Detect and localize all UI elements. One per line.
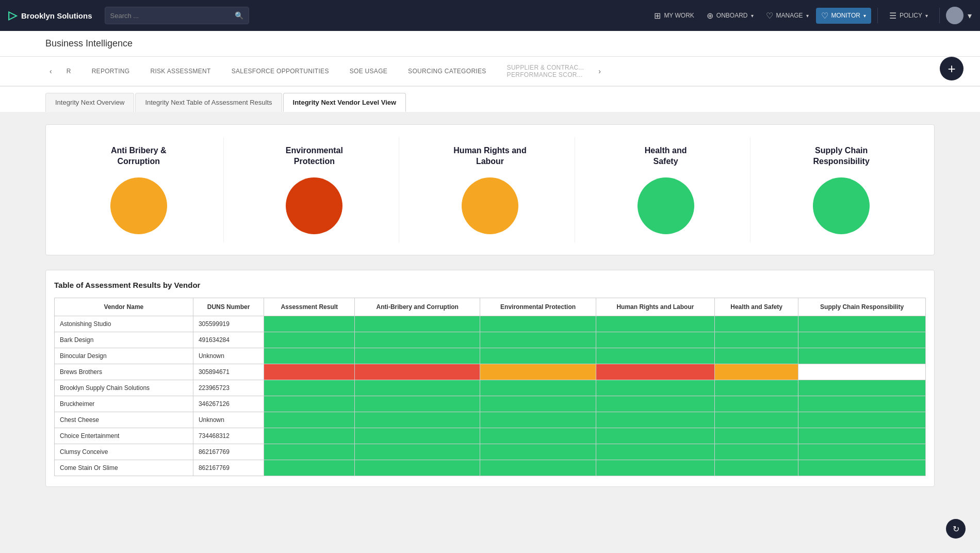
nav-monitor-label: MONITOR xyxy=(831,12,860,19)
nav-manage[interactable]: ♡ MANAGE ▾ xyxy=(761,8,814,24)
nav-monitor[interactable]: ♡ MONITOR ▾ xyxy=(816,8,871,24)
tab-arrow-right[interactable]: › xyxy=(594,67,605,75)
tab-risk-assessment[interactable]: RISK ASSESSMENT xyxy=(140,60,221,83)
cell-abc xyxy=(355,444,480,460)
cell-hr xyxy=(596,332,714,348)
kpi-circle-environmental xyxy=(286,177,342,234)
search-box[interactable]: 🔍 xyxy=(105,7,249,24)
page-header: Business Intelligence xyxy=(0,31,980,57)
col-vendor-name: Vendor Name xyxy=(55,298,193,316)
search-icon[interactable]: 🔍 xyxy=(235,11,243,20)
nav-items: ⊞ MY WORK ⊕ ONBOARD ▾ ♡ MANAGE ▾ ♡ MONIT… xyxy=(649,7,972,24)
kpi-card-environmental: EnvironmentalProtection xyxy=(230,137,400,242)
duns-number: 305894671 xyxy=(193,364,264,380)
cell-result xyxy=(264,396,355,412)
cell-result xyxy=(264,412,355,428)
cell-sc xyxy=(798,460,926,476)
cell-hr xyxy=(596,396,714,412)
cell-abc xyxy=(355,460,480,476)
cell-sc xyxy=(798,348,926,364)
cell-env xyxy=(480,348,596,364)
cell-abc xyxy=(355,348,480,364)
table-heading: Table of Assessment Results by Vendor xyxy=(54,281,926,289)
cell-abc xyxy=(355,428,480,444)
brand-name: Brooklyn Solutions xyxy=(21,11,92,20)
col-anti-bribery: Anti-Bribery and Corruption xyxy=(355,298,480,316)
tab-arrow-left[interactable]: ‹ xyxy=(45,67,56,75)
cell-sc xyxy=(798,412,926,428)
onboard-icon: ⊕ xyxy=(707,11,713,21)
nav-policy[interactable]: ☰ POLICY ▾ xyxy=(884,8,933,24)
duns-number: 862167769 xyxy=(193,444,264,460)
cell-hs xyxy=(715,444,798,460)
cell-abc xyxy=(355,316,480,332)
policy-icon: ☰ xyxy=(889,11,896,21)
col-duns: DUNS Number xyxy=(193,298,264,316)
duns-number: Unknown xyxy=(193,412,264,428)
my-work-icon: ⊞ xyxy=(654,11,661,21)
cell-hs xyxy=(715,412,798,428)
vendor-name: Brews Brothers xyxy=(55,364,193,380)
vendor-name: Bruckheimer xyxy=(55,396,193,412)
cell-hs xyxy=(715,348,798,364)
tab-sourcing[interactable]: SOURCING CATEGORIES xyxy=(398,60,497,83)
cell-sc xyxy=(798,428,926,444)
col-supply-chain: Supply Chain Responsibility xyxy=(798,298,926,316)
nav-my-work-label: MY WORK xyxy=(664,12,694,19)
cell-env xyxy=(480,316,596,332)
duns-number: 223965723 xyxy=(193,380,264,396)
vendor-name: Astonishing Studio xyxy=(55,316,193,332)
nav-manage-label: MANAGE xyxy=(776,12,803,19)
duns-number: 862167769 xyxy=(193,460,264,476)
duns-number: 305599919 xyxy=(193,316,264,332)
cell-hr xyxy=(596,460,714,476)
subtab-overview[interactable]: Integrity Next Overview xyxy=(45,93,134,112)
cell-sc xyxy=(798,316,926,332)
kpi-title-environmental: EnvironmentalProtection xyxy=(286,145,343,167)
add-button[interactable]: + xyxy=(940,57,963,80)
tab-soe-usage[interactable]: SOE USAGE xyxy=(339,60,398,83)
top-navigation: ▷ Brooklyn Solutions 🔍 ⊞ MY WORK ⊕ ONBOA… xyxy=(0,0,980,31)
cell-result xyxy=(264,332,355,348)
brand-logo[interactable]: ▷ Brooklyn Solutions xyxy=(8,9,92,22)
nav-policy-label: POLICY xyxy=(900,12,922,19)
nav-my-work[interactable]: ⊞ MY WORK xyxy=(649,8,699,24)
cell-sc xyxy=(798,364,926,380)
cell-hs xyxy=(715,364,798,380)
subtab-table[interactable]: Integrity Next Table of Assessment Resul… xyxy=(135,93,282,112)
main-content: Anti Bribery &Corruption EnvironmentalPr… xyxy=(0,112,980,499)
search-input[interactable] xyxy=(110,12,231,20)
nav-onboard[interactable]: ⊕ ONBOARD ▾ xyxy=(701,8,759,24)
cell-hr xyxy=(596,380,714,396)
avatar[interactable] xyxy=(946,7,963,24)
avatar-chevron[interactable]: ▾ xyxy=(968,11,972,21)
subtab-vendor[interactable]: Integrity Next Vendor Level View xyxy=(283,93,406,112)
cell-env xyxy=(480,460,596,476)
cell-hs xyxy=(715,332,798,348)
onboard-chevron: ▾ xyxy=(751,13,754,19)
col-health-safety: Health and Safety xyxy=(715,298,798,316)
kpi-card-supply-chain: Supply ChainResponsibility xyxy=(757,137,926,242)
col-environmental: Environmental Protection xyxy=(480,298,596,316)
kpi-title-anti-bribery: Anti Bribery &Corruption xyxy=(111,145,167,167)
cell-hs xyxy=(715,380,798,396)
cell-hs xyxy=(715,316,798,332)
kpi-title-human-rights: Human Rights andLabour xyxy=(453,145,526,167)
cell-hr xyxy=(596,364,714,380)
vendor-name: Bark Design xyxy=(55,332,193,348)
monitor-chevron: ▾ xyxy=(863,13,866,19)
tab-salesforce[interactable]: SALESFORCE OPPORTUNITIES xyxy=(221,60,339,83)
tab-reporting[interactable]: REPORTING xyxy=(81,60,140,83)
kpi-card-human-rights: Human Rights andLabour xyxy=(405,137,575,242)
kpi-title-supply-chain: Supply ChainResponsibility xyxy=(813,145,869,167)
cell-hr xyxy=(596,444,714,460)
vendor-name: Come Stain Or Slime xyxy=(55,460,193,476)
tab-r[interactable]: R xyxy=(56,60,81,83)
cell-hr xyxy=(596,348,714,364)
cell-hr xyxy=(596,412,714,428)
tab-supplier[interactable]: SUPPLIER & CONTRAC...PERFORMANCE SCOR... xyxy=(497,57,595,87)
cell-hs xyxy=(715,396,798,412)
vendor-name: Chest Cheese xyxy=(55,412,193,428)
kpi-card-health-safety: Health andSafety xyxy=(581,137,751,242)
cell-result xyxy=(264,348,355,364)
